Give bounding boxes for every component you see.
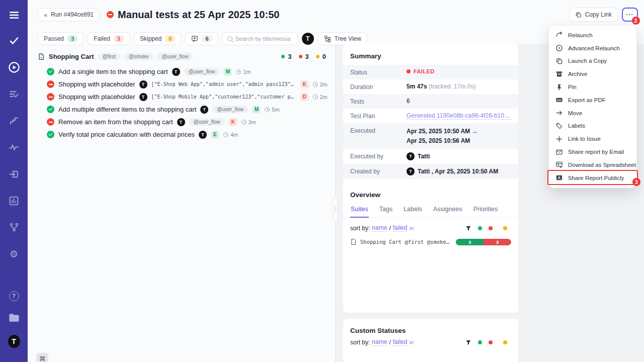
test-row[interactable]: Shopping with placeholder T ["E-Shop Web…	[47, 78, 332, 90]
pane-resize-handle[interactable]	[333, 197, 338, 221]
passed-filter-dot[interactable]	[478, 226, 482, 230]
sidebar-item-branches[interactable]	[8, 221, 20, 233]
more-actions-button[interactable]: ··· 2	[622, 8, 638, 22]
skipped-label: Skipped	[140, 35, 162, 42]
share-publicly-icon	[555, 174, 563, 182]
check-icon	[9, 36, 19, 46]
spreadsheet-icon	[555, 161, 563, 168]
summary-row-duration: Duration 5m 47s (tracked: 17m 0s)	[343, 79, 518, 94]
sort-by-label: sort by:	[350, 225, 370, 232]
back-to-run-button[interactable]: « Run #494ce891	[38, 8, 100, 21]
suite-row[interactable]: Shopping Cart @first @smoke @user_flow 3…	[38, 51, 332, 61]
assignee-avatar: T	[139, 93, 147, 101]
search-input[interactable]	[235, 36, 291, 42]
tab-assignees[interactable]: Assignees	[433, 204, 463, 217]
sidebar-item-settings[interactable]: ⚙	[8, 248, 20, 260]
run-letter-badge: M	[252, 106, 261, 114]
filter-funnel-icon[interactable]	[465, 225, 471, 231]
skipped-filter-dot[interactable]	[503, 226, 507, 230]
test-row[interactable]: Add multiple different items to the shop…	[47, 103, 332, 116]
test-row[interactable]: Verify total price calculation with deci…	[47, 128, 332, 141]
sort-failed-link[interactable]: failed	[393, 224, 408, 232]
sort-failed-link[interactable]: failed	[393, 338, 408, 346]
test-tag[interactable]: @user_flow	[212, 106, 248, 113]
test-row[interactable]: Shopping with placeholder T ["E-Shop Mob…	[47, 90, 332, 103]
email-icon	[555, 148, 563, 156]
test-tag[interactable]: @user_flow	[184, 68, 220, 75]
sort-separator: /	[389, 225, 390, 232]
run-letter-badge: D	[300, 93, 309, 101]
sidebar-item-import[interactable]	[8, 168, 20, 180]
collapse-chevrons-icon: «	[44, 11, 47, 19]
sidebar-item-tests[interactable]	[8, 35, 20, 47]
labels-tag-icon	[555, 122, 563, 130]
tab-labels[interactable]: Labels	[403, 204, 423, 217]
clock-icon	[242, 120, 247, 125]
test-row[interactable]: Remove an item from the shopping cart T …	[47, 116, 332, 128]
menu-item-download-as-spreadsheet[interactable]: Download as Spreadsheet	[549, 158, 636, 171]
sidebar-item-help[interactable]: ?	[8, 290, 20, 302]
sidebar-item-projects[interactable]	[8, 312, 20, 324]
tab-priorities[interactable]: Priorities	[473, 204, 499, 217]
summary-row-created-by: Created by TTatti , Apr 25, 2025 10:50 A…	[343, 164, 518, 179]
filter-comments-button[interactable]: 6	[185, 32, 218, 45]
duration: 3m	[242, 119, 256, 125]
menu-item-labels[interactable]: Labels	[549, 120, 636, 133]
sort-direction-icon[interactable]: ≡↑	[409, 339, 414, 345]
assignee-filter-avatar[interactable]: T	[302, 33, 314, 45]
menu-item-relaunch[interactable]: Relaunch	[549, 29, 636, 42]
sidebar-item-activity[interactable]	[8, 141, 20, 153]
filter-passed-button[interactable]: Passed 3	[38, 32, 84, 45]
menu-item-move[interactable]: Move	[549, 107, 636, 120]
menu-item-share-report-by-email[interactable]: Share report by Email	[549, 145, 636, 158]
suite-tag[interactable]: @user_flow	[157, 53, 193, 60]
menu-item-advanced-relaunch[interactable]: Advanced Relaunch	[549, 42, 636, 55]
passed-status-icon	[47, 131, 54, 138]
sort-name-link[interactable]: name	[372, 338, 387, 346]
menu-item-label: Relaunch	[568, 32, 593, 38]
user-avatar[interactable]: T	[8, 335, 20, 347]
tab-tags[interactable]: Tags	[379, 204, 393, 217]
archive-icon	[555, 70, 563, 78]
sort-direction-icon[interactable]: ≡↑	[409, 225, 414, 231]
test-tag[interactable]: @user_flow	[189, 118, 225, 126]
filter-skipped-button[interactable]: Skipped 0	[134, 32, 182, 45]
filter-funnel-icon[interactable]	[465, 339, 471, 345]
menu-item-archive[interactable]: Archive	[549, 67, 636, 80]
failed-status-icon	[47, 93, 54, 101]
sidebar-item-plans[interactable]	[8, 88, 20, 100]
failed-filter-dot[interactable]	[489, 226, 493, 230]
filter-failed-button[interactable]: Failed 3	[88, 32, 130, 45]
menu-item-link-to-issue[interactable]: Link to Issue	[549, 132, 636, 145]
assignee-avatar: T	[199, 131, 207, 139]
suite-tag[interactable]: @smoke	[124, 53, 153, 60]
sidebar-item-milestones[interactable]	[8, 115, 20, 127]
copy-link-button[interactable]: Copy Link	[569, 8, 618, 22]
tree-view-button[interactable]: Tree View	[318, 32, 367, 45]
menu-item-export-as-pdf[interactable]: PDF Export as PDF	[549, 94, 636, 107]
menu-item-share-report-publicly[interactable]: Share Report Publicly	[549, 171, 636, 185]
menu-item-launch-a-copy[interactable]: Launch a Copy	[549, 55, 636, 68]
run-letter-badge: M	[223, 68, 232, 76]
tab-suites[interactable]: Suites	[350, 204, 369, 218]
suite-tag[interactable]: @first	[98, 53, 120, 60]
duration-value: 5m 47s	[407, 83, 427, 90]
command-shortcut-button[interactable]: ⌘	[36, 353, 48, 362]
tests-value: 6	[407, 98, 410, 105]
sort-name-link[interactable]: name	[372, 224, 387, 232]
test-row[interactable]: Add a single item to the shopping cart T…	[47, 65, 332, 78]
executed-to: Apr 25, 2025 10:56 AM	[407, 137, 470, 144]
hamburger-icon	[9, 10, 20, 21]
tests-label: Tests	[350, 98, 407, 105]
sidebar-item-analytics[interactable]	[8, 195, 20, 207]
passed-filter-dot[interactable]	[478, 340, 482, 344]
overview-suite-label[interactable]: Shopping Cart @first @smoke …	[360, 239, 452, 245]
sidebar-item-runs[interactable]	[8, 61, 20, 73]
steps-icon	[9, 116, 19, 126]
skipped-dot	[316, 55, 319, 58]
menu-icon[interactable]	[8, 9, 20, 21]
skipped-filter-dot[interactable]	[503, 340, 507, 344]
failed-filter-dot[interactable]	[489, 340, 493, 344]
test-plan-link[interactable]: Generated 1190e08b-ca96-4f26-b10f-d6dc..…	[407, 112, 511, 120]
menu-item-pin[interactable]: Pin	[549, 80, 636, 94]
